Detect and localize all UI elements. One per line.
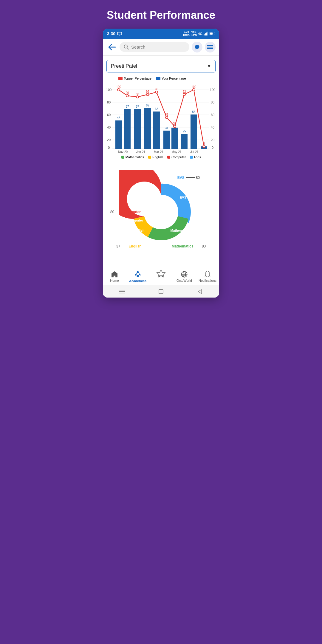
svg-text:80: 80 [107,100,111,104]
back-arrow-icon [108,44,116,50]
svg-text:100: 100 [106,88,112,92]
system-nav [103,285,219,298]
english-legend-dot [148,156,151,159]
svg-text:0: 0 [212,146,213,149]
svg-text:88: 88 [136,92,139,96]
menu-button[interactable] [205,42,216,52]
svg-text:90: 90 [126,91,129,95]
svg-rect-3 [204,34,205,35]
dot-6 [165,116,168,119]
nav-notifications[interactable]: Notifications [199,270,216,282]
computer-legend-label: Computer [171,155,186,159]
bar-2 [124,109,131,149]
bar-5 [153,112,160,149]
bar-4 [144,108,151,149]
bar-3 [134,109,141,149]
evs-arc-label: EVS [180,196,186,199]
dot-9 [193,89,195,91]
svg-rect-5 [206,32,207,35]
svg-rect-6 [207,32,208,35]
svg-text:58: 58 [192,110,196,114]
status-right: 0.78KB/S VoBLiEB 4G [183,30,215,37]
bottom-nav: Home Academics [103,267,219,285]
svg-text:67: 67 [126,105,129,108]
sys-nav-menu[interactable] [119,288,126,295]
svg-line-8 [127,48,129,49]
nav-academics[interactable]: Academics [129,270,147,283]
plus-badge-icon [154,270,168,283]
dot-2 [126,95,129,97]
svg-text:Mar-21: Mar-21 [154,150,163,154]
evs-legend-dot [190,156,193,159]
svg-text:63: 63 [155,107,158,111]
svg-text:Jul-21: Jul-21 [190,150,199,154]
svg-text:40: 40 [107,126,111,129]
english-arc-label: English [133,229,145,232]
nav-octoworld-label: OctoWorld [177,279,192,282]
octoworld-icon [180,270,188,278]
nav-icons [192,42,216,52]
svg-text:100: 100 [116,85,121,89]
svg-point-57 [137,271,139,273]
svg-rect-4 [205,33,206,35]
topper-legend-dot [118,77,123,80]
yours-legend-label: Your Percentage [162,77,186,80]
svg-text:67: 67 [136,105,139,108]
dot-1 [117,89,120,91]
sys-nav-home[interactable] [157,288,165,295]
sys-nav-back[interactable] [196,288,203,295]
legend-evs: EVS [190,155,201,159]
bar-8 [181,134,188,149]
search-icon [124,44,129,49]
nav-home-label: Home [110,279,119,282]
evs-legend-label: EVS [194,155,201,159]
math-arc-label: Mathemati... [170,229,189,232]
svg-rect-56 [138,273,141,275]
svg-text:25: 25 [182,130,186,133]
home-icon [111,270,118,278]
chart-legend-top: Topper Percentage Your Percentage [106,77,216,80]
svg-text:80: 80 [211,100,214,104]
legend-computer: Computer [167,155,186,159]
math-legend-label: Mathematics [126,155,144,159]
dot-3 [136,96,139,98]
english-legend-label: English [152,155,163,159]
performance-chart: Topper Percentage Your Percentage 100 80… [106,77,216,159]
nav-plus[interactable] [152,270,170,283]
bell-icon [204,270,211,278]
svg-text:20: 20 [211,138,214,142]
screen-icon [117,32,122,35]
english-label: 37 English [116,244,142,248]
status-time: 3:30 [107,31,122,36]
nav-notifications-label: Notifications [199,279,216,282]
dot-8 [183,93,185,96]
evs-label: EVS 80 [177,176,200,180]
battery-icon [210,32,215,35]
svg-text:0: 0 [108,146,110,149]
top-nav [103,39,219,56]
svg-text:48: 48 [117,116,120,120]
search-bar[interactable] [120,42,189,52]
svg-rect-0 [117,32,122,35]
phone-frame: 3:30 0.78KB/S VoBLiEB 4G [103,29,219,298]
legend-english: English [148,155,163,159]
yours-legend-dot [156,77,160,80]
donut-chart-section: EVS 80 Mathematics 80 37 English [106,164,216,263]
nav-home[interactable]: Home [106,270,123,282]
svg-text:60: 60 [107,113,111,117]
nav-octoworld[interactable]: OctoWorld [175,270,193,282]
student-dropdown[interactable]: Preeti Patel ▼ [106,60,216,72]
bar-9 [191,114,197,149]
svg-text:100: 100 [191,85,196,89]
chat-button[interactable] [192,42,202,52]
math-label: Mathematics 80 [172,244,206,248]
svg-text:38: 38 [173,122,177,125]
search-input[interactable] [131,44,185,49]
svg-text:92: 92 [182,90,186,93]
dot-10 [203,145,205,148]
computer-label: 80 Computer [110,210,141,214]
svg-text:4: 4 [203,142,205,145]
sys-menu-icon [119,290,125,294]
chat-icon [194,44,200,50]
back-button[interactable] [106,42,117,52]
